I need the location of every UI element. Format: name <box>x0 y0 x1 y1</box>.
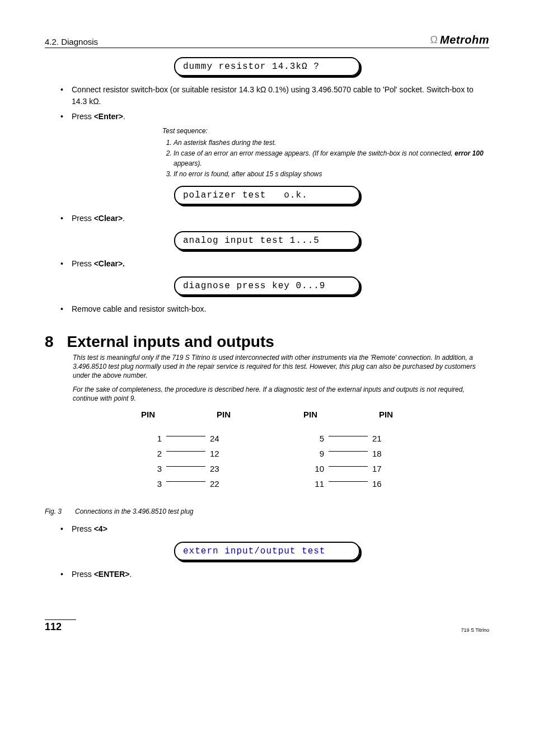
step-press-clear-2: Press <Clear>. <box>56 258 489 270</box>
text: Press <box>72 259 94 268</box>
pin-num: 5 <box>307 434 324 443</box>
text: Press <box>72 570 94 579</box>
pin-row: 322 <box>141 479 231 489</box>
connector-line <box>329 451 368 452</box>
lcd-display: dummy resistor 14.3kΩ ? <box>174 57 360 76</box>
pin-num: 3 <box>145 464 162 473</box>
pin-row: 124 <box>141 434 231 443</box>
footer-model: 719 S Titrino <box>461 627 489 633</box>
connector-line <box>329 436 368 436</box>
pin-num: 16 <box>372 479 389 489</box>
pin-row: 1017 <box>303 464 393 473</box>
connector-line <box>329 466 368 467</box>
figure-caption: Fig. 3Connections in the 3.496.8510 test… <box>45 508 489 515</box>
pin-num: 21 <box>372 434 389 443</box>
lcd-display: analog input test 1...5 <box>174 231 360 250</box>
text: In case of an error an error message app… <box>174 149 455 157</box>
pin-num: 23 <box>210 464 227 473</box>
error-code: error 100 <box>455 149 483 157</box>
text: Press <box>72 524 94 533</box>
figure-text: Connections in the 3.496.8510 test plug <box>75 508 194 515</box>
section-title: External inputs and outputs <box>67 333 274 351</box>
key-clear: <Clear>. <box>94 259 125 268</box>
pin-num: 17 <box>372 464 389 473</box>
period: . <box>123 112 125 121</box>
period: . <box>123 214 125 223</box>
key-enter: <Enter> <box>94 112 123 121</box>
text: Press <box>72 112 94 121</box>
pin-row: 918 <box>303 449 393 458</box>
test-seq-label: Test sequence: <box>162 126 489 136</box>
step-press-4: Press <4> <box>56 523 489 535</box>
section-note: This test is meaningful only if the 719 … <box>73 353 489 381</box>
brand-logo: Ω Metrohm <box>430 34 489 46</box>
brand-text: Metrohm <box>440 34 489 46</box>
step-connect: Connect resistor switch-box (or suitable… <box>56 84 489 107</box>
period: . <box>130 570 132 579</box>
pin-header: PIN <box>141 410 155 419</box>
metrohm-icon: Ω <box>430 34 438 46</box>
pin-header: PIN <box>217 410 231 419</box>
lcd-display: polarizer test o.k. <box>174 186 360 205</box>
test-seq-item: In case of an error an error message app… <box>174 148 489 168</box>
step-remove: Remove cable and resistor switch-box. <box>56 303 489 315</box>
connector-line <box>166 481 205 482</box>
pin-row: 1116 <box>303 479 393 489</box>
test-seq-item: If no error is found, after about 15 s d… <box>174 169 489 179</box>
pin-num: 1 <box>145 434 162 443</box>
pin-num: 10 <box>307 464 324 473</box>
pin-row: 521 <box>303 434 393 443</box>
text: Press <box>72 214 94 223</box>
key-4: <4> <box>94 524 107 533</box>
pin-num: 24 <box>210 434 227 443</box>
key-enter: <ENTER> <box>94 570 130 579</box>
pin-num: 2 <box>145 449 162 458</box>
connector-line <box>166 436 205 436</box>
step-press-enter: Press <Enter>. <box>56 111 489 123</box>
lcd-display: extern input/output test <box>174 542 360 561</box>
test-seq-item: An asterisk flashes during the test. <box>174 138 489 148</box>
pin-header: PIN <box>379 410 393 419</box>
step-press-enter-2: Press <ENTER>. <box>56 569 489 580</box>
pin-num: 22 <box>210 479 227 489</box>
lcd-display: diagnose press key 0...9 <box>174 276 360 295</box>
pin-header: PIN <box>303 410 317 419</box>
pin-connection-diagram: PIN PIN 124 212 323 322 PIN PIN 521 918 … <box>45 410 489 494</box>
text: appears). <box>174 159 202 167</box>
pin-num: 12 <box>210 449 227 458</box>
key-clear: <Clear> <box>94 214 123 223</box>
pin-row: 212 <box>141 449 231 458</box>
step-press-clear: Press <Clear>. <box>56 213 489 224</box>
pin-num: 11 <box>307 479 324 489</box>
pin-num: 3 <box>145 479 162 489</box>
figure-number: Fig. 3 <box>45 508 62 515</box>
section-number: 8 <box>45 333 54 351</box>
connector-line <box>166 451 205 452</box>
test-sequence-block: Test sequence: An asterisk flashes durin… <box>162 126 489 179</box>
page-number: 112 <box>45 619 76 633</box>
section-path: 4.2. Diagnosis <box>45 37 98 46</box>
connector-line <box>329 481 368 482</box>
section-note: For the sake of completeness, the proced… <box>73 385 489 403</box>
pin-num: 9 <box>307 449 324 458</box>
pin-num: 18 <box>372 449 389 458</box>
connector-line <box>166 466 205 467</box>
pin-row: 323 <box>141 464 231 473</box>
